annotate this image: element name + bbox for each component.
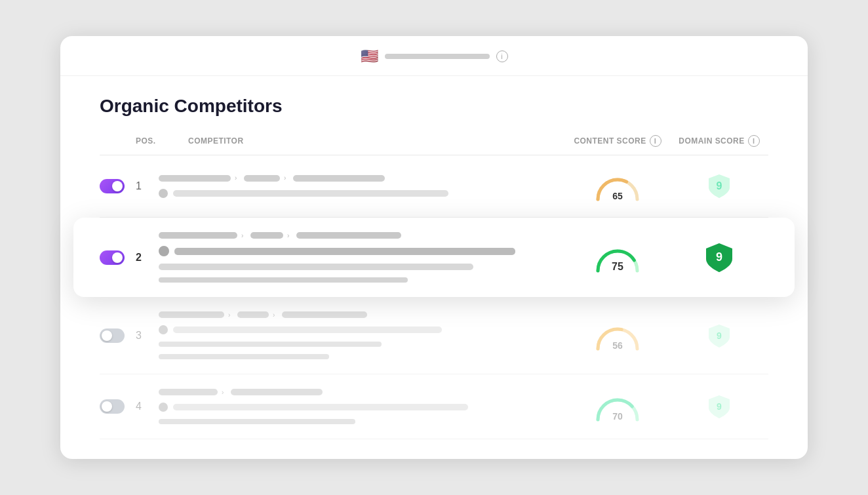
domain-score-3: 9: [670, 321, 768, 350]
table-row-highlighted: 2 › ›: [73, 218, 795, 297]
pos-2: 2: [136, 252, 159, 264]
toggle-4[interactable]: [100, 399, 125, 414]
domain-score-1: 9: [670, 172, 768, 201]
page-title: Organic Competitors: [100, 96, 768, 117]
main-content: Organic Competitors POS. COMPETITOR CONT…: [60, 76, 808, 439]
toggle-3[interactable]: [100, 328, 125, 343]
content-score-3: 56: [565, 319, 670, 352]
pos-3: 3: [136, 330, 159, 342]
toggle-col-4: [100, 399, 136, 414]
competitor-col-3: › ›: [159, 311, 565, 359]
col-header-pos: POS.: [136, 136, 188, 146]
main-card: 🇺🇸 i Organic Competitors POS. COMPETITOR…: [60, 36, 808, 459]
content-score-2: 75: [565, 241, 670, 274]
content-score-4: 70: [565, 390, 670, 423]
content-score-1: 65: [565, 170, 670, 203]
domain-score-2: 9: [670, 243, 768, 272]
competitor-col-4: ›: [159, 389, 565, 424]
toggle-col-1: [100, 179, 136, 193]
domain-score-info-icon[interactable]: i: [748, 135, 760, 147]
toggle-col-2: [100, 250, 136, 265]
table-row: 1 › ›: [100, 155, 768, 218]
competitor-col-2: › ›: [159, 232, 565, 283]
top-bar: 🇺🇸 i: [60, 36, 808, 76]
col-header-competitor: COMPETITOR: [188, 136, 565, 146]
table-header: POS. COMPETITOR CONTENT SCORE i DOMAIN S…: [100, 135, 768, 155]
toggle-1[interactable]: [100, 179, 125, 193]
domain-score-4: 9: [670, 392, 768, 421]
flag-icon: 🇺🇸: [361, 48, 378, 65]
table-row-4: 4 › 70: [100, 374, 768, 439]
col-header-domain-score: DOMAIN SCORE i: [670, 135, 768, 147]
competitor-col-1: › ›: [159, 175, 565, 198]
top-bar-progress: [385, 54, 490, 59]
toggle-col-3: [100, 328, 136, 343]
pos-1: 1: [136, 180, 159, 192]
topbar-info-icon[interactable]: i: [496, 50, 508, 62]
content-score-info-icon[interactable]: i: [650, 135, 661, 147]
toggle-2[interactable]: [100, 250, 125, 265]
col-header-content-score: CONTENT SCORE i: [565, 135, 670, 147]
table-row-3: 3 › ›: [100, 297, 768, 374]
pos-4: 4: [136, 401, 159, 412]
